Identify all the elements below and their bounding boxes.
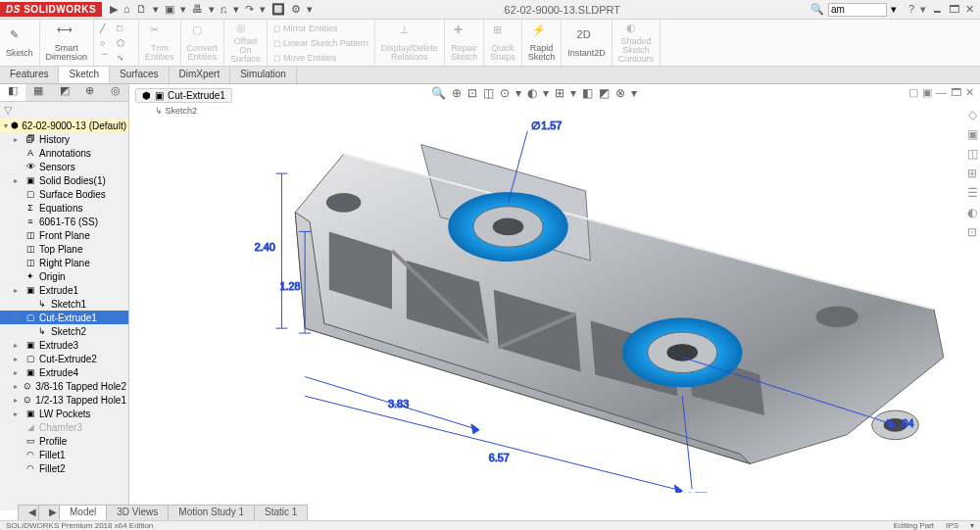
window-max-button[interactable]: 🗖 [949, 3, 959, 16]
viewport-button-1[interactable]: ▣ [922, 86, 932, 99]
bottom-tab-static-1[interactable]: Static 1 [254, 505, 308, 520]
qat-button-7[interactable]: ▾ [209, 3, 215, 16]
dim-d7[interactable]: .04 [899, 417, 913, 429]
sketch-button[interactable]: ✎ Sketch [0, 20, 40, 66]
tree-item-origin[interactable]: ✦Origin [0, 269, 128, 283]
bottom-tab-model[interactable]: Model [59, 505, 107, 520]
ribbon-tab-simulation[interactable]: Simulation [230, 67, 297, 83]
ribbon-tab-dimxpert[interactable]: DimXpert [170, 67, 231, 83]
qat-button-1[interactable]: ⌂ [123, 3, 130, 16]
smart-dimension-button[interactable]: ⟷ Smart Dimension [40, 20, 95, 66]
tree-item-chamfer3[interactable]: ◢Chamfer3 [0, 420, 128, 434]
viewport-button-0[interactable]: ▢ [908, 86, 918, 99]
fm-tab-1[interactable]: ▦ [25, 84, 51, 101]
fm-tab-3[interactable]: ⊕ [77, 84, 103, 101]
sketch-entity-4[interactable]: ⌒ [100, 51, 116, 65]
tree-item-right-plane[interactable]: ◫Right Plane [0, 256, 128, 269]
qat-button-13[interactable]: ⚙ [291, 3, 301, 16]
ribbon-tab-sketch[interactable]: Sketch [59, 67, 110, 83]
expand-icon[interactable]: ▾ [14, 313, 22, 322]
tree-item-6061-t6-ss-[interactable]: ≡6061-T6 (SS) [0, 215, 128, 228]
search-input[interactable] [828, 3, 887, 17]
tree-item-fillet1[interactable]: ◠Fillet1 [0, 448, 128, 461]
search-dropdown-icon[interactable]: ▾ [891, 3, 897, 16]
expand-icon[interactable]: ▸ [14, 396, 21, 405]
hud-button-13[interactable]: ▾ [631, 86, 637, 100]
tree-item-fillet2[interactable]: ◠Fillet2 [0, 461, 128, 475]
dim-d5[interactable]: 6.57 [489, 452, 510, 463]
sketch-entity-5[interactable]: ∿ [117, 51, 132, 65]
qat-button-2[interactable]: 🗋 [136, 3, 147, 16]
status-units[interactable]: IPS [946, 521, 958, 530]
search-box[interactable]: 🔍 ▾ [805, 3, 903, 17]
taskpane-tab-5[interactable]: ◐ [967, 206, 977, 219]
tab-nav-next[interactable]: ▶ [38, 505, 60, 520]
instant2d-button[interactable]: 2DInstant2D [562, 20, 612, 66]
fm-tab-4[interactable]: ◎ [103, 84, 128, 101]
qat-button-11[interactable]: ▾ [260, 3, 266, 16]
hud-button-8[interactable]: ⊞ [555, 86, 564, 100]
tree-item-sketch2[interactable]: ↳Sketch2 [0, 324, 128, 338]
dim-d2[interactable]: 2.40 [255, 241, 275, 253]
hud-button-5[interactable]: ▾ [515, 86, 521, 100]
tree-item-extrude4[interactable]: ▸▣Extrude4 [0, 365, 128, 379]
expand-icon[interactable]: ▾ [4, 121, 8, 130]
taskpane-tab-2[interactable]: ◫ [967, 147, 978, 161]
breadcrumb[interactable]: ⬢ ▣ Cut-Extrude1 [135, 88, 232, 103]
hud-button-7[interactable]: ▾ [543, 86, 549, 100]
hud-button-11[interactable]: ◩ [599, 86, 610, 100]
tree-item-3-8-16-tapped-hole2[interactable]: ▸⊙3/8-16 Tapped Hole2 [0, 379, 128, 393]
qat-button-6[interactable]: 🖶 [192, 3, 203, 16]
qat-button-8[interactable]: ⎌ [220, 3, 227, 16]
breadcrumb-feature[interactable]: Cut-Extrude1 [168, 90, 225, 101]
expand-icon[interactable]: ▸ [14, 355, 22, 363]
tree-filter-icon[interactable]: ▽ [0, 102, 128, 119]
qat-button-5[interactable]: ▾ [180, 3, 186, 16]
hud-button-4[interactable]: ⊙ [500, 86, 510, 100]
tree-item-sensors[interactable]: 👁Sensors [0, 160, 128, 173]
taskpane-tab-4[interactable]: ☰ [967, 186, 978, 200]
tree-root[interactable]: ▾ ⬢ 62-02-9000-13 (Default) [0, 119, 128, 132]
tree-item-surface-bodies[interactable]: ▢Surface Bodies [0, 187, 128, 201]
tree-item-lw-pockets[interactable]: ▸▣LW Pockets [0, 407, 128, 420]
hud-button-10[interactable]: ◧ [582, 86, 593, 100]
expand-icon[interactable]: ▸ [14, 135, 22, 144]
expand-icon[interactable]: ▸ [14, 341, 22, 350]
tree-item-extrude1[interactable]: ▸▣Extrude1 [0, 283, 128, 297]
tree-item-1-2-13-tapped-hole1[interactable]: ▸⊙1/2-13 Tapped Hole1 [0, 393, 128, 407]
tree-item-front-plane[interactable]: ◫Front Plane [0, 228, 128, 242]
tree-item-sketch1[interactable]: ↳Sketch1 [0, 297, 128, 311]
dim-d6[interactable]: ∅1.57 [676, 491, 707, 493]
expand-icon[interactable]: ▸ [14, 382, 21, 391]
viewport-button-4[interactable]: ✕ [965, 86, 974, 99]
qat-button-10[interactable]: ↷ [245, 3, 254, 16]
tree-item-solid-bodies-1-[interactable]: ▸▣Solid Bodies(1) [0, 173, 128, 187]
window-min-button[interactable]: 🗕 [932, 3, 943, 16]
dim-d1[interactable]: ∅1.57 [531, 120, 562, 131]
hud-button-12[interactable]: ⊗ [615, 86, 625, 100]
hud-button-9[interactable]: ▾ [570, 86, 576, 100]
sketch-entity-1[interactable]: □ [117, 22, 132, 35]
qat-button-14[interactable]: ▾ [307, 3, 313, 16]
hud-button-3[interactable]: ◫ [483, 86, 494, 100]
taskpane-tab-0[interactable]: ◇ [968, 108, 977, 121]
viewport-button-3[interactable]: 🗖 [951, 86, 961, 99]
tree-item-profile[interactable]: ▭Profile [0, 434, 128, 448]
rapid-sketch-button[interactable]: ⚡Rapid Sketch [522, 20, 563, 66]
tree-item-annotations[interactable]: AAnnotations [0, 146, 128, 160]
qat-button-12[interactable]: 🔲 [271, 3, 285, 16]
tree-item-equations[interactable]: ΣEquations [0, 201, 128, 215]
hud-button-2[interactable]: ⊡ [467, 86, 477, 100]
ribbon-tab-features[interactable]: Features [0, 67, 59, 83]
model-canvas[interactable]: ∅1.57 2.40 1.28 3.83 6.57 ∅1.57 [131, 106, 962, 493]
expand-icon[interactable]: ▸ [14, 176, 22, 185]
hud-button-1[interactable]: ⊕ [452, 86, 462, 100]
qat-button-9[interactable]: ▾ [233, 3, 239, 16]
window-close-button[interactable]: ✕ [965, 3, 974, 16]
qat-button-3[interactable]: ▾ [153, 3, 159, 16]
bottom-tab-motion-study-1[interactable]: Motion Study 1 [168, 505, 255, 520]
dim-d3[interactable]: 1.28 [279, 280, 300, 292]
viewport-button-2[interactable]: — [936, 86, 947, 99]
expand-icon[interactable]: ▸ [14, 410, 22, 418]
fm-tab-2[interactable]: ◩ [51, 84, 76, 101]
